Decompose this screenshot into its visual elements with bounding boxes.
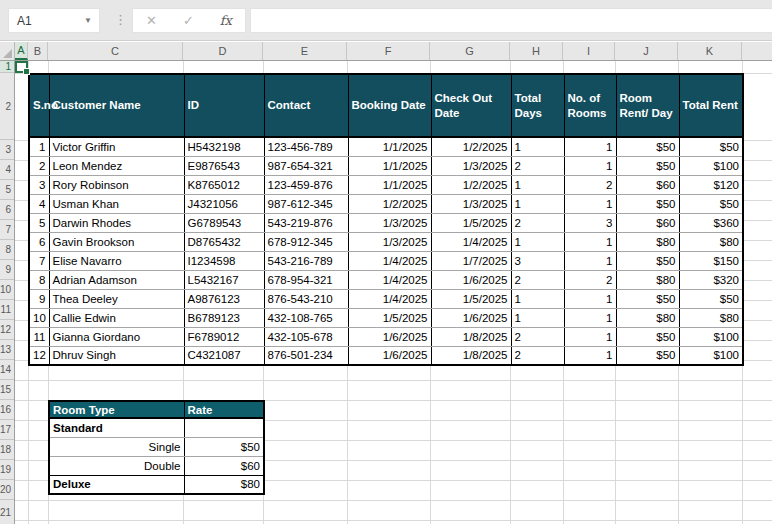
cell-total-days[interactable]: 2 — [511, 346, 564, 365]
cell-rate[interactable] — [184, 418, 264, 437]
booking-column-header[interactable]: No. of Rooms — [564, 74, 616, 137]
cell-no-of-rooms[interactable]: 3 — [564, 213, 616, 232]
row-header[interactable]: 4 — [0, 160, 14, 180]
row-header[interactable]: 6 — [0, 200, 14, 220]
cell-room-type[interactable]: Deluxe — [49, 475, 184, 494]
cell-no-of-rooms[interactable]: 1 — [564, 194, 616, 213]
cell-contact[interactable]: 123-456-789 — [264, 137, 348, 156]
row-header[interactable]: 17 — [0, 420, 14, 440]
cell-id[interactable]: K8765012 — [184, 175, 264, 194]
cell-total-rent[interactable]: $120 — [679, 175, 743, 194]
cell-booking-date[interactable]: 1/4/2025 — [348, 251, 431, 270]
booking-column-header[interactable]: ID — [184, 74, 264, 137]
cell-sno[interactable]: 7 — [29, 251, 49, 270]
cell-checkout-date[interactable]: 1/8/2025 — [431, 346, 511, 365]
cell-rate[interactable]: $80 — [184, 475, 264, 494]
cell-total-days[interactable]: 1 — [511, 194, 564, 213]
cell-contact[interactable]: 543-219-876 — [264, 213, 348, 232]
cell-checkout-date[interactable]: 1/6/2025 — [431, 308, 511, 327]
cell-rate[interactable]: $50 — [184, 437, 264, 456]
column-header[interactable]: F — [347, 42, 430, 60]
cell-checkout-date[interactable]: 1/6/2025 — [431, 270, 511, 289]
cell-room-rent-day[interactable]: $50 — [616, 327, 679, 346]
name-box[interactable]: A1 ▼ — [8, 8, 100, 33]
row-header[interactable]: 8 — [0, 240, 14, 260]
cell-id[interactable]: G6789543 — [184, 213, 264, 232]
cell-no-of-rooms[interactable]: 1 — [564, 156, 616, 175]
cell-sno[interactable]: 1 — [29, 137, 49, 156]
selected-cell-a1[interactable] — [15, 61, 28, 73]
column-header[interactable]: B — [28, 42, 48, 60]
cell-id[interactable]: C4321087 — [184, 346, 264, 365]
cell-id[interactable]: F6789012 — [184, 327, 264, 346]
column-header[interactable]: G — [430, 42, 510, 60]
cell-room-rent-day[interactable]: $50 — [616, 251, 679, 270]
cell-id[interactable]: B6789123 — [184, 308, 264, 327]
cell-sno[interactable]: 6 — [29, 232, 49, 251]
cell-checkout-date[interactable]: 1/5/2025 — [431, 213, 511, 232]
cell-no-of-rooms[interactable]: 1 — [564, 327, 616, 346]
cell-no-of-rooms[interactable]: 1 — [564, 251, 616, 270]
cell-sno[interactable]: 3 — [29, 175, 49, 194]
cell-no-of-rooms[interactable]: 1 — [564, 289, 616, 308]
cell-room-rent-day[interactable]: $50 — [616, 346, 679, 365]
cell-checkout-date[interactable]: 1/4/2025 — [431, 232, 511, 251]
cell-customer-name[interactable]: Elise Navarro — [49, 251, 184, 270]
cell-room-rent-day[interactable]: $50 — [616, 137, 679, 156]
cell-total-rent[interactable]: $80 — [679, 232, 743, 251]
cell-total-rent[interactable]: $150 — [679, 251, 743, 270]
cell-room-type[interactable]: Double — [49, 456, 184, 475]
cell-id[interactable]: I1234598 — [184, 251, 264, 270]
cell-booking-date[interactable]: 1/3/2025 — [348, 213, 431, 232]
cell-contact[interactable]: 876-543-210 — [264, 289, 348, 308]
cell-total-rent[interactable]: $50 — [679, 137, 743, 156]
cell-customer-name[interactable]: Adrian Adamson — [49, 270, 184, 289]
cell-sno[interactable]: 10 — [29, 308, 49, 327]
cell-no-of-rooms[interactable]: 1 — [564, 308, 616, 327]
cell-total-rent[interactable]: $80 — [679, 308, 743, 327]
cell-checkout-date[interactable]: 1/5/2025 — [431, 289, 511, 308]
booking-column-header[interactable]: S.no — [29, 74, 49, 137]
column-header[interactable] — [742, 42, 772, 60]
booking-column-header[interactable]: Check Out Date — [431, 74, 511, 137]
cell-customer-name[interactable]: Gavin Brookson — [49, 232, 184, 251]
row-header[interactable]: 21 — [0, 500, 14, 524]
cell-checkout-date[interactable]: 1/8/2025 — [431, 327, 511, 346]
cell-id[interactable]: A9876123 — [184, 289, 264, 308]
cell-sno[interactable]: 12 — [29, 346, 49, 365]
cell-total-days[interactable]: 3 — [511, 251, 564, 270]
cell-sno[interactable]: 11 — [29, 327, 49, 346]
booking-column-header[interactable]: Customer Name — [49, 74, 184, 137]
row-header[interactable]: 3 — [0, 140, 14, 160]
cell-booking-date[interactable]: 1/3/2025 — [348, 232, 431, 251]
cell-checkout-date[interactable]: 1/7/2025 — [431, 251, 511, 270]
cell-checkout-date[interactable]: 1/3/2025 — [431, 194, 511, 213]
sheet-grid[interactable]: S.noCustomer NameIDContactBooking DateCh… — [15, 61, 772, 524]
cell-booking-date[interactable]: 1/4/2025 — [348, 289, 431, 308]
name-box-dropdown-icon[interactable]: ▼ — [84, 16, 99, 25]
cell-total-rent[interactable]: $100 — [679, 346, 743, 365]
column-header[interactable]: J — [615, 42, 678, 60]
cell-no-of-rooms[interactable]: 1 — [564, 232, 616, 251]
cell-sno[interactable]: 8 — [29, 270, 49, 289]
cell-total-days[interactable]: 2 — [511, 156, 564, 175]
column-header[interactable]: E — [263, 42, 347, 60]
row-header[interactable]: 9 — [0, 260, 14, 280]
cell-customer-name[interactable]: Leon Mendez — [49, 156, 184, 175]
cell-total-days[interactable]: 1 — [511, 308, 564, 327]
cell-id[interactable]: D8765432 — [184, 232, 264, 251]
cell-customer-name[interactable]: Gianna Giordano — [49, 327, 184, 346]
row-header[interactable]: 14 — [0, 360, 14, 380]
cell-contact[interactable]: 123-459-876 — [264, 175, 348, 194]
cell-contact[interactable]: 432-108-765 — [264, 308, 348, 327]
cell-checkout-date[interactable]: 1/2/2025 — [431, 137, 511, 156]
rates-header-room-type[interactable]: Room Type — [49, 401, 184, 418]
cell-sno[interactable]: 2 — [29, 156, 49, 175]
row-header[interactable]: 16 — [0, 400, 14, 420]
cell-room-rent-day[interactable]: $80 — [616, 308, 679, 327]
cell-id[interactable]: J4321056 — [184, 194, 264, 213]
row-header[interactable]: 19 — [0, 460, 14, 480]
cell-room-type[interactable]: Standard — [49, 418, 184, 437]
cell-contact[interactable]: 678-954-321 — [264, 270, 348, 289]
cell-room-type[interactable]: Single — [49, 437, 184, 456]
